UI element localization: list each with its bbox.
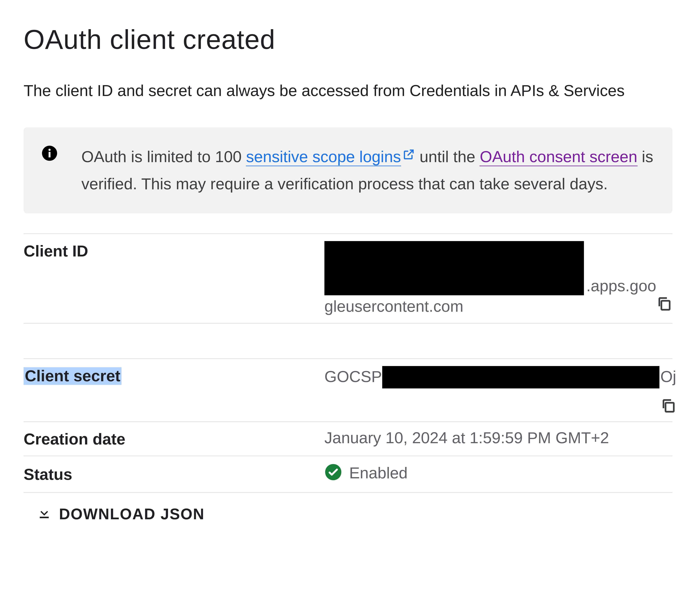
download-json-button[interactable]: DOWNLOAD JSON xyxy=(23,492,209,536)
info-banner: OAuth is limited to 100 sensitive scope … xyxy=(23,127,673,213)
copy-client-secret-button[interactable] xyxy=(660,397,676,418)
client-id-value: .apps.goo gleusercontent.com xyxy=(325,241,673,316)
creation-date-row: Creation date January 10, 2024 at 1:59:5… xyxy=(23,421,673,455)
creation-date-label: Creation date xyxy=(23,429,325,448)
page-title: OAuth client created xyxy=(23,23,673,55)
svg-rect-3 xyxy=(661,301,670,310)
oauth-consent-link[interactable]: OAuth consent screen xyxy=(480,148,637,166)
status-label: Status xyxy=(23,464,325,484)
status-row: Status Enabled xyxy=(23,455,673,492)
creation-date-value: January 10, 2024 at 1:59:59 PM GMT+2 xyxy=(325,429,673,447)
status-value: Enabled xyxy=(325,463,673,485)
check-circle-icon xyxy=(325,463,342,485)
sensitive-scope-link[interactable]: sensitive scope logins xyxy=(246,148,401,166)
svg-point-2 xyxy=(48,149,51,151)
redacted-client-secret xyxy=(382,366,659,388)
client-id-row: Client ID .apps.goo gleusercontent.com xyxy=(23,233,673,323)
client-secret-label: Client secret xyxy=(23,366,325,385)
client-secret-row: Client secret GOCSP Oj xyxy=(23,358,673,421)
svg-rect-1 xyxy=(49,152,51,157)
dialog-content: OAuth client created The client ID and s… xyxy=(23,23,673,536)
info-banner-text: OAuth is limited to 100 sensitive scope … xyxy=(81,143,656,198)
page-subtitle: The client ID and secret can always be a… xyxy=(23,79,673,103)
divider xyxy=(23,323,673,358)
download-icon xyxy=(37,504,52,524)
info-icon xyxy=(41,145,58,198)
copy-client-id-button[interactable] xyxy=(656,295,673,316)
svg-rect-6 xyxy=(40,516,49,518)
svg-rect-4 xyxy=(665,403,674,411)
client-secret-value: GOCSP Oj xyxy=(325,366,676,414)
external-link-icon xyxy=(402,143,415,169)
redacted-client-id xyxy=(325,241,584,295)
client-id-label: Client ID xyxy=(23,241,325,260)
